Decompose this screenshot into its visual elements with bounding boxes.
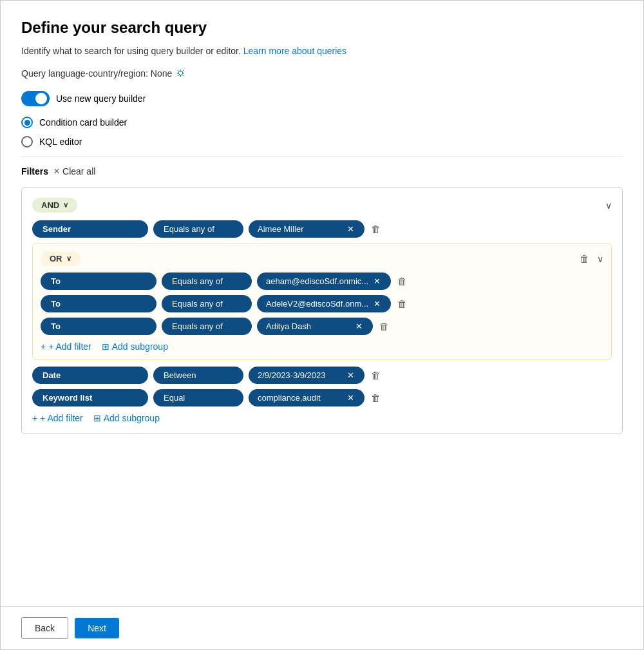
kql-editor-label: KQL editor [39, 137, 82, 147]
outer-add-subgroup-button[interactable]: ⊞ Add subgroup [93, 413, 160, 423]
outer-add-subgroup-label: Add subgroup [104, 413, 160, 423]
sender-value-x-button[interactable]: ✕ [346, 224, 355, 234]
or-label: OR [50, 254, 62, 263]
subgroup-add-subgroup-button[interactable]: ⊞ Add subgroup [102, 341, 168, 352]
to-3-delete-button[interactable]: 🗑 [378, 321, 390, 332]
to-1-condition-pill[interactable]: Equals any of [162, 272, 252, 290]
condition-card-builder-radio-row[interactable]: Condition card builder [21, 117, 623, 128]
kql-editor-radio[interactable] [21, 136, 33, 148]
to-3-value-x-button[interactable]: ✕ [354, 321, 364, 331]
subgroup-add-subgroup-label: Add subgroup [112, 341, 168, 352]
to-2-condition-pill[interactable]: Equals any of [162, 295, 252, 312]
next-button[interactable]: Next [75, 618, 119, 638]
translate-icon[interactable]: ⛭ [176, 68, 186, 79]
clear-all-x-icon: ✕ [53, 167, 60, 176]
or-group-delete-button[interactable]: 🗑 [578, 253, 591, 264]
filters-label: Filters [21, 166, 48, 177]
or-subgroup-box: OR ∨ 🗑 ∨ To Equals any of aeham@ [32, 243, 612, 360]
to-3-value-pill[interactable]: Aditya Dash ✕ [257, 318, 373, 335]
footer: Back Next [1, 606, 643, 649]
date-delete-button[interactable]: 🗑 [370, 370, 382, 381]
query-builder-toggle-row: Use new query builder [21, 91, 623, 106]
clear-all-button[interactable]: ✕ Clear all [53, 166, 95, 177]
to-2-value-x-button[interactable]: ✕ [372, 299, 382, 309]
and-operator-button[interactable]: AND ∨ [32, 198, 77, 213]
outer-add-filter-label: + Add filter [40, 413, 83, 423]
clear-all-label: Clear all [62, 166, 95, 177]
or-subgroup-header-left: OR ∨ [41, 251, 80, 266]
outer-add-filter-button[interactable]: + + Add filter [32, 413, 83, 423]
to-1-value-x-button[interactable]: ✕ [372, 276, 382, 286]
subgroup-add-filter-label: + Add filter [48, 341, 91, 352]
and-label: AND [41, 200, 59, 210]
sender-field-pill[interactable]: Sender [32, 220, 148, 238]
or-chevron-icon: ∨ [66, 254, 71, 263]
learn-more-link[interactable]: Learn more about queries [243, 46, 346, 56]
query-builder-toggle[interactable] [21, 91, 50, 106]
keyword-value-x-button[interactable]: ✕ [346, 393, 355, 403]
date-field-pill[interactable]: Date [32, 367, 148, 384]
kql-editor-radio-row[interactable]: KQL editor [21, 136, 623, 148]
page-title: Define your search query [21, 19, 623, 37]
to-filter-row-1: To Equals any of aeham@ediscoSdf.onmic..… [41, 272, 603, 290]
or-subgroup-header: OR ∨ 🗑 ∨ [41, 251, 603, 266]
query-builder-box: AND ∨ ∨ Sender Equals any of Aimee Mille… [21, 187, 623, 434]
date-condition-pill[interactable]: Between [153, 367, 243, 384]
keyword-delete-button[interactable]: 🗑 [370, 392, 382, 403]
to-filter-row-3: To Equals any of Aditya Dash ✕ 🗑 [41, 318, 603, 335]
to-2-field-pill[interactable]: To [41, 295, 156, 312]
subgroup-add-row: + + Add filter ⊞ Add subgroup [41, 341, 603, 352]
and-chevron-icon: ∨ [63, 201, 68, 209]
to-1-field-pill[interactable]: To [41, 272, 156, 290]
back-button[interactable]: Back [21, 617, 68, 639]
to-1-value-pill[interactable]: aeham@ediscoSdf.onmic... ✕ [257, 272, 391, 290]
to-1-delete-button[interactable]: 🗑 [396, 276, 408, 287]
to-filter-row-2: To Equals any of AdeleV2@ediscoSdf.onm..… [41, 295, 603, 312]
condition-card-builder-label: Condition card builder [39, 117, 127, 128]
condition-card-builder-radio[interactable] [21, 117, 33, 128]
or-group-collapse-icon[interactable]: ∨ [597, 254, 603, 264]
keyword-condition-pill[interactable]: Equal [153, 389, 243, 406]
date-value-x-button[interactable]: ✕ [346, 370, 355, 380]
subgroup-add-subgroup-icon: ⊞ [102, 341, 109, 352]
query-lang-label: Query language-country/region: None [21, 68, 172, 79]
sender-delete-button[interactable]: 🗑 [370, 224, 382, 234]
to-2-value-pill[interactable]: AdeleV2@ediscoSdf.onm... ✕ [257, 295, 391, 312]
keyword-filter-row: Keyword list Equal compliance,audit ✕ 🗑 [32, 389, 612, 406]
subgroup-add-filter-icon: + [41, 341, 46, 352]
query-lang-row: Query language-country/region: None ⛭ [21, 68, 623, 79]
to-3-field-pill[interactable]: To [41, 318, 156, 335]
date-filter-row: Date Between 2/9/2023-3/9/2023 ✕ 🗑 [32, 367, 612, 384]
sender-filter-row: Sender Equals any of Aimee Miller ✕ 🗑 [32, 220, 612, 238]
or-operator-button[interactable]: OR ∨ [41, 251, 80, 266]
sender-condition-pill[interactable]: Equals any of [153, 220, 243, 238]
subgroup-add-filter-button[interactable]: + + Add filter [41, 341, 91, 352]
and-group-header: AND ∨ ∨ [32, 198, 612, 213]
outer-add-subgroup-icon: ⊞ [93, 413, 101, 423]
filters-row: Filters ✕ Clear all [21, 166, 623, 177]
and-group-collapse-icon[interactable]: ∨ [605, 200, 612, 211]
subtitle-text: Identify what to search for using query … [21, 46, 623, 56]
sender-value-pill[interactable]: Aimee Miller ✕ [249, 220, 365, 238]
toggle-label: Use new query builder [56, 93, 146, 104]
to-3-condition-pill[interactable]: Equals any of [162, 318, 252, 335]
outer-add-row: + + Add filter ⊞ Add subgroup [32, 413, 612, 423]
date-value-pill[interactable]: 2/9/2023-3/9/2023 ✕ [249, 367, 365, 384]
keyword-field-pill[interactable]: Keyword list [32, 389, 148, 406]
keyword-value-pill[interactable]: compliance,audit ✕ [249, 389, 365, 406]
outer-add-filter-icon: + [32, 413, 37, 423]
to-2-delete-button[interactable]: 🗑 [396, 298, 408, 309]
